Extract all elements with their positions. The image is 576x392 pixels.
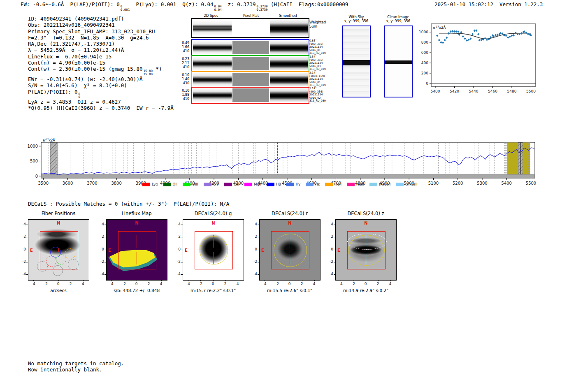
compass-north: N [364,221,367,225]
y-tickmark [258,237,259,237]
x-tick-label: 4 [387,282,394,286]
y-tickmark [334,237,335,237]
sky-dark-band [343,60,370,65]
sub-value: 0.04 [214,8,222,12]
info-line: LyA z = 3.4853 OII z = 0.4627 [28,99,174,105]
left-label-line: 430 [170,81,189,86]
sub-value: 0.001 [121,8,130,12]
sub-value: 15.80 [143,73,153,76]
text-segment: *) [153,66,162,72]
y-tickmark [105,225,106,225]
info-line: ID: 4090492341 (4090492341.pdf) [28,16,174,22]
sky-xy-line: x, y: 999, 356 [336,19,377,23]
x-tickmark [111,280,112,281]
cutout-title: DECaLS(24.0) z [325,211,407,216]
svg-text:3800: 3800 [111,181,121,186]
legend-item: OIII [183,182,198,186]
text-segment: LineFlux = -6.70(±0.94)e-15 [28,53,111,60]
cutout-caption: arcsecs [13,288,104,293]
legend-swatch [244,183,252,186]
fiber-circle [68,259,78,269]
spec2d-row-right-labels: 0.85"(999, 356)20221124v016_01313_RU_039 [309,39,335,55]
spec2d-row-right-labels: 1.54"(999, 356)20221124v016_03313_RU_039 [309,56,335,71]
x-tick-label: -2 [197,282,204,286]
svg-text:5300: 5300 [477,181,487,186]
info-line: λ = 5452.59Å σ = 11.20(±2.44)Å [28,47,174,53]
text-segment: λ = 5452.59Å σ = 11.20(±2.44)Å [28,47,124,53]
y-tickmark [105,262,106,262]
legend-label: MgII [254,182,261,186]
spec2d-image [193,73,232,86]
x-tick-label: 2 [222,282,229,286]
y-tickmark [105,237,106,237]
legend-label: Hγ [296,182,300,186]
sub-value: 0.3739 [256,8,267,12]
legend-swatch [224,183,232,186]
x-tickmark [124,280,124,281]
x-tick-label: -2 [121,282,127,286]
svg-text:5460: 5460 [488,89,497,93]
zoom-chart-svg: 0200400600800100054005420544054605480550… [413,20,545,96]
svg-text:200: 200 [421,71,428,75]
y-tick-label: -2 [19,260,26,264]
y-tickmark [181,250,183,250]
crosshair-vertical [137,252,137,264]
spec2d-row [191,87,309,104]
y-tick-label: 2 [251,234,257,239]
svg-text:5100: 5100 [428,181,439,186]
y-tickmark [258,274,259,275]
legend-swatch [183,183,190,186]
legend-label: CIII [234,182,239,186]
left-label-line: 1.40 [170,77,189,81]
svg-text:5500: 5500 [526,181,536,186]
sky-title-line: With Sky [336,15,377,19]
weighted-sum-label-line: Sum [309,25,326,29]
spec2d-row-right-labels: 2.14"(999, 356)20221124v016_02313_RU_039 [309,87,335,103]
legend-swatch [267,183,274,186]
sup-sub-stack: 0.37390.3739 [256,5,267,12]
compass-east: E [30,248,33,252]
smoothed-image [270,88,308,102]
info-line: S/N = 14.0(±5.6) χ² = 8.3(±0.0) [28,82,174,88]
pixelflat-image [232,88,269,102]
y-tickmark [26,262,28,262]
x-tick-label: 2 [299,282,305,286]
spectrum-legend: LyαOIIOIIICIVCIIIMgIIHβHγHεHeIINeIII(K)C… [142,182,418,186]
x-tickmark [83,280,84,281]
x-tickmark [353,280,353,281]
spec2d-column-title: Pixel Flat [230,14,272,18]
x-tickmark [200,280,201,281]
info-line: RA,Dec (21.321747,-1.733071) [28,41,174,47]
y-tickmark [26,274,28,275]
sup-sub-stack: 00.001 [121,5,130,12]
cutout-caption: m:14.9 re:2.9" s:0.2" [321,288,411,293]
y-tick-label: -2 [251,260,257,264]
y-tick-label: 2 [327,234,333,239]
spec2d-image [193,88,232,102]
y-tickmark [26,250,28,250]
sky-title-line: Clean Image [378,15,419,19]
spec2d-image [193,41,232,54]
x-tick-label: 4 [80,282,86,286]
sky-xy-line: x, y: 999, 356 [378,19,419,23]
info-line: Obs: 20221124v016_4090492341 [28,22,174,28]
text-segment: RA,Dec (21.321747,-1.733071) [28,41,115,47]
legend-item: Hγ [286,182,300,186]
y-tickmark [181,262,183,262]
text-segment: Obs: 20221124v016_4090492341 [28,22,115,28]
legend-label: CIV [213,182,219,186]
spec2d-row-left-labels: 0.101.88410 [170,89,189,102]
cutout-title: Fiber Positions [17,211,100,216]
compass-north: N [211,221,215,225]
legend-label: Lyα [152,182,158,186]
text-segment: LyA z = 3.4853 OII z = 0.4627 [28,99,121,105]
legend-label: NeIII [356,182,364,186]
x-tickmark [302,280,302,281]
svg-text:0: 0 [426,81,428,86]
x-tick-label: -4 [30,282,37,286]
x-tickmark [277,280,277,281]
legend-label: OII [173,182,178,186]
footer-line-1: No matching targets in catalog. [28,360,124,366]
info-line: LineFlux = -6.70(±0.94)e-15 [28,53,174,60]
fiber-circle [53,265,63,276]
